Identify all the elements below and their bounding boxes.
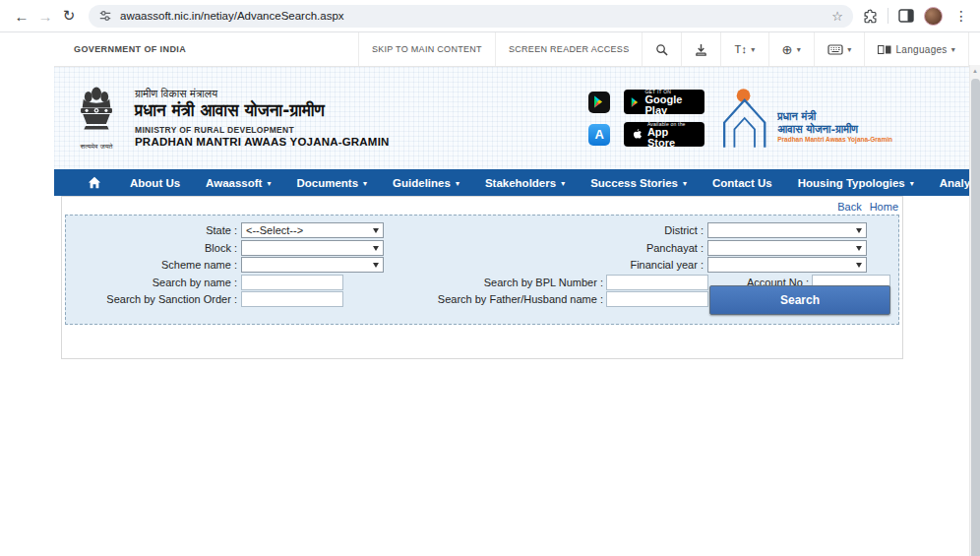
panel-spacer [62, 325, 902, 358]
screen-reader-access-link[interactable]: SCREEN READER ACCESS [495, 32, 643, 66]
chevron-down-icon [856, 246, 862, 254]
google-play-row: GET IT ON Google Play [588, 90, 704, 114]
profile-avatar[interactable] [924, 7, 943, 26]
bookmark-icon[interactable]: ☆ [831, 9, 843, 24]
app-store-badges: GET IT ON Google Play A Available on the [588, 90, 704, 147]
virtual-keyboard-button[interactable]: ▾ [814, 32, 864, 66]
search-panel: Back Home State : <--Select--> District … [61, 196, 903, 359]
scrollbar-up-icon[interactable]: ▲ [970, 65, 980, 78]
nav-documents[interactable]: Documents ▾ [283, 169, 380, 196]
back-link[interactable]: Back [837, 201, 861, 213]
panchayat-select[interactable] [707, 240, 867, 256]
nav-label: Guidelines [393, 177, 451, 189]
browser-menu-icon[interactable]: ⋮ [952, 8, 970, 24]
skip-label: SKIP TO MAIN CONTENT [372, 44, 482, 54]
bpl-number-input[interactable] [606, 275, 708, 290]
url-text[interactable]: awaassoft.nic.in/netiay/AdvanceSearch.as… [120, 10, 344, 22]
chevron-down-icon: ▾ [751, 45, 755, 54]
nav-housing-typologies[interactable]: Housing Typologies ▾ [785, 169, 927, 196]
chevron-down-icon: ▾ [797, 45, 801, 54]
chevron-down-icon [856, 228, 862, 236]
apple-icon [631, 128, 643, 142]
languages-icon [878, 45, 891, 54]
nav-success-stories[interactable]: Success Stories ▾ [578, 169, 700, 196]
ministry-title-hindi: ग्रामीण विकास मंत्रालय [135, 88, 390, 101]
nav-stakeholders[interactable]: Stakeholders ▾ [472, 169, 578, 196]
forward-icon[interactable]: → [33, 8, 57, 25]
district-label: District : [556, 224, 704, 236]
search-button[interactable] [642, 32, 681, 66]
utility-bar: GOVERNMENT OF INDIA SKIP TO MAIN CONTENT… [54, 32, 969, 67]
home-link[interactable]: Home [870, 201, 898, 213]
chevron-down-icon: ▾ [847, 45, 851, 54]
nav-label: Contact Us [712, 177, 772, 189]
logo-line2: आवास योजना-ग्रामीण [777, 123, 892, 136]
brand-block[interactable]: सत्यमेव जयते ग्रामीण विकास मंत्रालय प्रध… [54, 86, 390, 151]
block-label: Block : [70, 242, 237, 254]
page-scrollbar[interactable]: ▲ [969, 65, 980, 556]
search-submit-button[interactable]: Search [709, 285, 890, 315]
languages-menu[interactable]: Languages ▾ [864, 32, 969, 66]
keyboard-icon [827, 44, 843, 55]
chevron-down-icon: ▾ [910, 179, 914, 188]
scheme-name-label: Scheme name : [70, 259, 237, 271]
scrollbar-thumb[interactable] [971, 79, 980, 556]
skip-to-main-content-link[interactable]: SKIP TO MAIN CONTENT [358, 32, 495, 66]
app-store-name: App Store [647, 127, 698, 149]
block-select[interactable] [241, 240, 384, 256]
back-icon[interactable]: ← [10, 8, 33, 25]
father-husband-name-input[interactable] [606, 291, 708, 307]
chevron-down-icon: ▾ [683, 179, 687, 188]
pmayg-logo: प्रधान मंत्री आवास योजना-ग्रामीण Pradhan… [718, 87, 892, 150]
main-content: Back Home State : <--Select--> District … [54, 196, 969, 359]
nav-label: Stakeholders [485, 177, 556, 189]
nav-home[interactable] [72, 169, 117, 196]
address-bar[interactable]: awaassoft.nic.in/netiay/AdvanceSearch.as… [89, 5, 853, 28]
download-button[interactable] [681, 32, 720, 66]
father-husband-name-label: Search by Father/Husband name : [436, 293, 603, 305]
site-info-icon[interactable] [98, 9, 112, 23]
app-store-badge[interactable]: Available on the App Store [624, 122, 704, 147]
state-select-value: <--Select--> [246, 224, 303, 236]
scheme-title-english: PRADHAN MANTRI AWAAS YOJANA-GRAMIN [135, 135, 390, 149]
nav-label: Success Stories [590, 177, 678, 189]
sanction-order-input[interactable] [241, 291, 343, 307]
financial-year-select[interactable] [707, 257, 867, 273]
state-select[interactable]: <--Select--> [241, 222, 384, 238]
nav-guidelines[interactable]: Guidelines ▾ [380, 169, 472, 196]
chevron-down-icon [373, 263, 379, 271]
app-store-mini-icon[interactable]: A [588, 124, 610, 146]
google-play-badge[interactable]: GET IT ON Google Play [624, 90, 704, 114]
reload-icon[interactable]: ↻ [57, 7, 81, 25]
chevron-down-icon [856, 263, 862, 271]
nav-label: Housing Typologies [798, 177, 905, 189]
nav-label: About Us [130, 177, 180, 189]
google-play-mini-icon[interactable] [588, 92, 610, 113]
nav-contact-us[interactable]: Contact Us [700, 169, 785, 196]
search-icon [655, 43, 668, 56]
theme-contrast-button[interactable]: ⊕ ▾ [768, 32, 815, 66]
state-label: State : [70, 224, 237, 236]
main-navigation: About Us Awaassoft ▾ Documents ▾ Guideli… [54, 169, 969, 196]
app-store-row: A Available on the App Store [588, 122, 704, 147]
site-header: सत्यमेव जयते ग्रामीण विकास मंत्रालय प्रध… [54, 67, 969, 169]
browser-toolbar: ← → ↻ awaassoft.nic.in/netiay/AdvanceSea… [0, 0, 980, 32]
chevron-down-icon [373, 228, 379, 236]
scheme-title-hindi: प्रधान मंत्री आवास योजना-ग्रामीण [135, 100, 390, 121]
play-triangle-icon [631, 96, 640, 108]
logo-line1: प्रधान मंत्री [777, 110, 892, 123]
search-by-name-input[interactable] [241, 275, 343, 290]
bpl-number-label: Search by BPL Number : [436, 277, 603, 288]
side-panel-icon[interactable] [898, 9, 914, 23]
extensions-icon[interactable] [863, 9, 878, 24]
scheme-name-select[interactable] [241, 257, 384, 273]
text-size-button[interactable]: T↕ ▾ [720, 32, 767, 66]
nav-about-us[interactable]: About Us [117, 169, 193, 196]
nav-label: Awaassoft [206, 177, 262, 189]
national-emblem: सत्यमेव जयते [68, 86, 125, 151]
district-select[interactable] [707, 222, 867, 238]
chevron-down-icon: ▾ [363, 179, 367, 188]
toolbar-divider [888, 8, 888, 24]
nav-awaassoft[interactable]: Awaassoft ▾ [193, 169, 283, 196]
utility-actions: SKIP TO MAIN CONTENT SCREEN READER ACCES… [358, 32, 969, 66]
